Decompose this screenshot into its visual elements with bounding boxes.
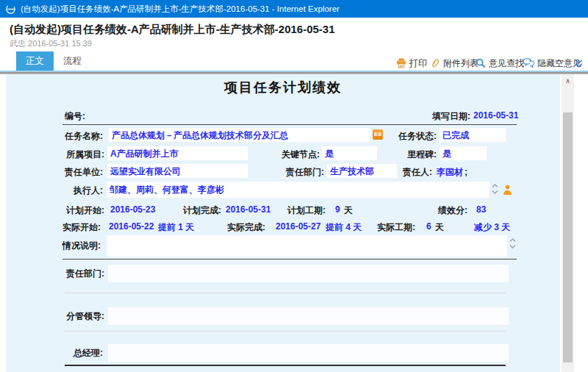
attachments-label: 附件列表 <box>443 57 478 70</box>
printer-icon <box>396 58 406 68</box>
resp-person-label: 责任人: <box>403 166 432 179</box>
resp-dept-value: 生产技术部 <box>327 164 397 178</box>
resp-person-value: 李国材 <box>437 166 463 179</box>
note-rule <box>62 259 517 260</box>
plan-start-label: 计划开始: <box>66 204 104 217</box>
actual-finish-delta: 提前 4 天 <box>326 221 362 234</box>
resp-unit-label: 责任单位: <box>65 166 103 179</box>
executors-value: 邹建、周莉、何登富、李彦彬 <box>107 182 490 196</box>
days-reduced-value: 减少 3 天 <box>474 221 510 234</box>
header-rule <box>62 124 517 125</box>
plan-days-unit: 天 <box>344 204 353 217</box>
score-value: 83 <box>476 204 486 215</box>
e8-browse-icon[interactable]: E8 <box>373 129 383 140</box>
plan-finish-value: 2016-05-31 <box>226 204 270 215</box>
scrollbar-up-arrow[interactable]: ∧ <box>562 76 574 87</box>
score-label: 绩效分: <box>438 204 467 217</box>
task-name-label: 任务名称: <box>65 130 103 143</box>
actual-days-value: 6 <box>426 221 431 232</box>
actual-days-label: 实际工期: <box>377 221 415 234</box>
project-value: A产品研制并上市 <box>107 146 248 160</box>
executors-spinner[interactable] <box>491 182 499 196</box>
opinion-dept-field[interactable] <box>108 265 509 282</box>
opinion-gm-field[interactable] <box>108 344 509 362</box>
opinion-gm-label: 总经理: <box>74 347 103 360</box>
milestone-value: 是 <box>440 146 487 160</box>
fill-date-value: 2016-05-31 <box>473 110 518 121</box>
actual-start-value: 2016-05-22 <box>109 221 154 232</box>
document-subtitle: 武忠 2016-05-31 15:39 <box>10 38 92 49</box>
document-title: (自动发起)项目任务绩效-A产品研制并上市-生产技术部-2016-05-31 <box>10 23 335 37</box>
milestone-field[interactable]: 是 <box>440 146 487 160</box>
project-label: 所属项目: <box>66 149 104 161</box>
form-title: 项目任务计划绩效 <box>6 79 560 96</box>
task-name-field[interactable]: 产品总体规划－产品总体规划技术部分及汇总 <box>109 128 370 142</box>
opinion-leader-field[interactable] <box>108 307 509 325</box>
search-icon <box>476 58 486 68</box>
task-status-field[interactable]: 已完成 <box>440 128 506 142</box>
tab-workflow[interactable]: 流程 <box>54 51 91 71</box>
project-field[interactable]: A产品研制并上市 <box>107 146 248 160</box>
double-chevron-down-icon <box>574 59 584 68</box>
print-label: 打印 <box>409 57 427 70</box>
note-label: 情况说明: <box>62 240 101 252</box>
author: 武忠 <box>10 39 26 48</box>
key-node-value: 是 <box>322 146 377 160</box>
actual-finish-label: 实际完成: <box>227 221 265 234</box>
document-header: (自动发起)项目任务绩效-A产品研制并上市-生产技术部-2016-05-31 武… <box>0 18 588 51</box>
key-node-label: 关键节点: <box>282 149 320 161</box>
executor-label: 执行人: <box>74 185 103 197</box>
resp-unit-field[interactable]: 远望实业有限公司 <box>107 164 248 178</box>
paperclip-icon <box>431 58 440 68</box>
plan-finish-label: 计划完成: <box>183 204 221 217</box>
executors-field[interactable]: 邹建、周莉、何登富、李彦彬 <box>107 182 490 198</box>
titlebar: (自动发起)项目任务绩效-A产品研制并上市-生产技术部-2016-05-31 -… <box>0 0 588 18</box>
person-picker-icon[interactable] <box>503 185 512 196</box>
opinion-divider-2 <box>65 331 506 332</box>
resp-dept-label: 责任部门: <box>286 166 324 179</box>
plan-start-value: 2016-05-23 <box>110 204 155 215</box>
browser-window: (自动发起)项目任务绩效-A产品研制并上市-生产技术部-2016-05-31 -… <box>0 0 588 372</box>
milestone-label: 里程碑: <box>407 149 437 161</box>
opinion-dept-label: 责任部门: <box>66 268 104 280</box>
actual-days-unit: 天 <box>435 221 444 234</box>
resp-dept-field[interactable]: 生产技术部 <box>327 164 397 178</box>
opinion-leader-label: 分管领导: <box>66 310 104 323</box>
note-field[interactable] <box>107 235 507 257</box>
print-button[interactable]: 打印 <box>396 57 427 69</box>
fill-date-label: 填写日期: <box>432 110 470 123</box>
resp-unit-value: 远望实业有限公司 <box>107 164 248 178</box>
opinion-divider-1 <box>65 293 506 293</box>
actual-start-label: 实际开始: <box>62 221 101 234</box>
key-node-field[interactable]: 是 <box>322 146 377 160</box>
form-viewport: 项目任务计划绩效 编号: 填写日期: 2016-05-31 任务名称: 产品总体… <box>0 74 588 372</box>
plan-days-label: 计划工期: <box>287 204 326 217</box>
no-label: 编号: <box>65 110 85 123</box>
hide-empty-opinion-button[interactable]: 隐藏空意见 <box>523 57 581 69</box>
ie-icon <box>5 4 16 15</box>
window-title: (自动发起)项目任务绩效-A产品研制并上市-生产技术部-2016-05-31 -… <box>21 4 340 15</box>
task-status-label: 任务状态: <box>398 130 437 143</box>
form-bottom-rule <box>65 365 506 366</box>
plan-days-value: 9 <box>335 204 340 215</box>
tab-body[interactable]: 正文 <box>16 51 54 71</box>
attachments-button[interactable]: 附件列表 <box>431 57 478 69</box>
collapse-toolbar-button[interactable] <box>574 57 584 69</box>
scrollbar-thumb[interactable] <box>563 112 573 362</box>
actual-finish-value: 2016-05-27 <box>276 221 320 232</box>
note-spinner[interactable] <box>509 237 517 250</box>
task-name-value: 产品总体规划－产品总体规划技术部分及汇总 <box>109 128 370 142</box>
actual-start-delta: 提前 1 天 <box>158 221 194 234</box>
task-status-value: 已完成 <box>440 128 506 142</box>
resp-person-suffix: ; <box>465 167 467 177</box>
comment-bubble-icon <box>523 58 534 68</box>
find-opinion-label: 意见查找 <box>489 57 524 70</box>
find-opinion-button[interactable]: 意见查找 <box>476 57 524 69</box>
created-datetime: 2016-05-31 15:39 <box>28 39 92 48</box>
